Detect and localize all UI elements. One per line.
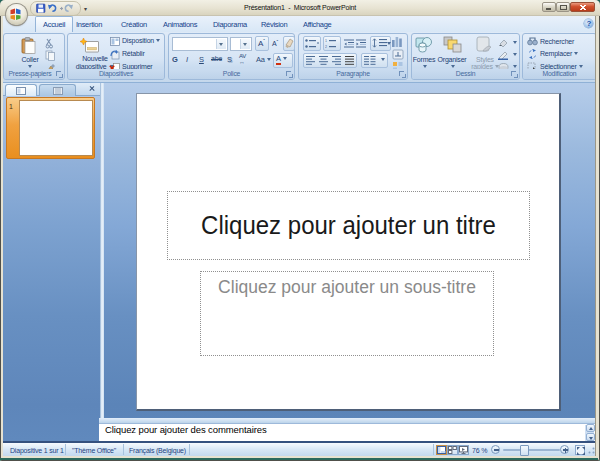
svg-text:2: 2 <box>325 45 327 48</box>
svg-text:1: 1 <box>325 39 327 43</box>
